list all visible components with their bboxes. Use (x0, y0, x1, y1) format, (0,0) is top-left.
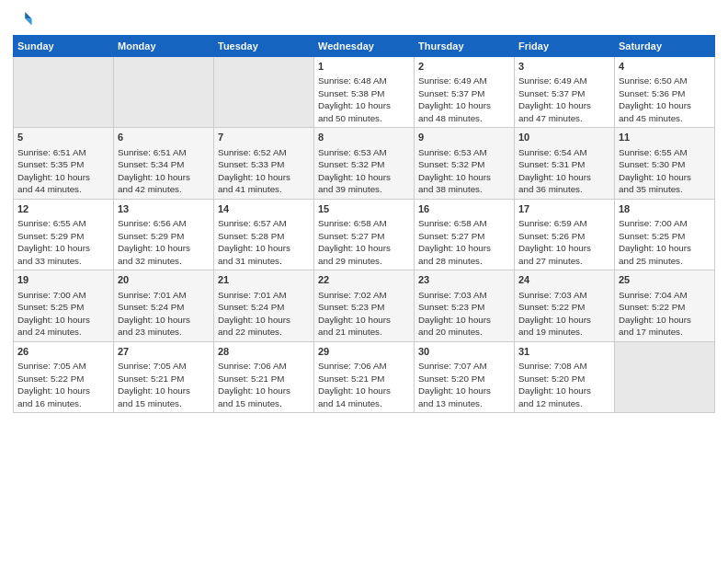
day-content: Sunrise: 7:03 AMSunset: 5:23 PMDaylight:… (418, 289, 510, 339)
calendar-cell: 2Sunrise: 6:49 AMSunset: 5:37 PMDaylight… (415, 57, 515, 128)
day-number: 30 (418, 345, 510, 359)
calendar-cell: 9Sunrise: 6:53 AMSunset: 5:32 PMDaylight… (415, 128, 515, 199)
calendar-cell: 10Sunrise: 6:54 AMSunset: 5:31 PMDayligh… (515, 128, 615, 199)
day-content: Sunrise: 7:05 AMSunset: 5:21 PMDaylight:… (118, 360, 210, 409)
calendar-cell: 6Sunrise: 6:51 AMSunset: 5:34 PMDaylight… (114, 128, 214, 199)
calendar-cell: 29Sunrise: 7:06 AMSunset: 5:21 PMDayligh… (314, 341, 415, 412)
week-row-4: 19Sunrise: 7:00 AMSunset: 5:25 PMDayligh… (14, 270, 715, 341)
day-content: Sunrise: 7:07 AMSunset: 5:20 PMDaylight:… (418, 360, 510, 409)
calendar-cell (214, 57, 314, 128)
calendar-cell: 30Sunrise: 7:07 AMSunset: 5:20 PMDayligh… (415, 341, 515, 412)
day-number: 17 (518, 202, 610, 216)
calendar-cell: 14Sunrise: 6:57 AMSunset: 5:28 PMDayligh… (214, 199, 314, 270)
day-content: Sunrise: 6:55 AMSunset: 5:30 PMDaylight:… (619, 146, 711, 196)
day-content: Sunrise: 7:00 AMSunset: 5:25 PMDaylight:… (17, 289, 109, 339)
svg-marker-1 (25, 18, 31, 25)
day-number: 13 (118, 202, 210, 216)
header-day-tuesday: Tuesday (214, 36, 314, 57)
day-number: 23 (418, 273, 510, 287)
header-day-thursday: Thursday (415, 36, 515, 57)
day-content: Sunrise: 7:05 AMSunset: 5:22 PMDaylight:… (17, 360, 109, 409)
calendar-cell: 31Sunrise: 7:08 AMSunset: 5:20 PMDayligh… (515, 341, 615, 412)
day-content: Sunrise: 7:00 AMSunset: 5:25 PMDaylight:… (619, 217, 711, 267)
calendar-cell: 25Sunrise: 7:04 AMSunset: 5:22 PMDayligh… (615, 270, 715, 341)
week-row-2: 5Sunrise: 6:51 AMSunset: 5:35 PMDaylight… (14, 128, 715, 199)
day-content: Sunrise: 6:58 AMSunset: 5:27 PMDaylight:… (418, 217, 510, 267)
day-number: 8 (318, 131, 410, 144)
calendar-cell: 19Sunrise: 7:00 AMSunset: 5:25 PMDayligh… (14, 270, 114, 341)
header-row: SundayMondayTuesdayWednesdayThursdayFrid… (14, 36, 715, 57)
day-content: Sunrise: 7:01 AMSunset: 5:24 PMDaylight:… (118, 289, 210, 339)
calendar-cell: 20Sunrise: 7:01 AMSunset: 5:24 PMDayligh… (114, 270, 214, 341)
calendar-cell: 18Sunrise: 7:00 AMSunset: 5:25 PMDayligh… (615, 199, 715, 270)
day-number: 5 (17, 131, 109, 144)
day-content: Sunrise: 7:06 AMSunset: 5:21 PMDaylight:… (218, 360, 310, 409)
week-row-3: 12Sunrise: 6:55 AMSunset: 5:29 PMDayligh… (14, 199, 715, 270)
day-number: 21 (218, 273, 310, 287)
logo-icon (13, 9, 33, 29)
calendar-cell: 24Sunrise: 7:03 AMSunset: 5:22 PMDayligh… (515, 270, 615, 341)
header-day-sunday: Sunday (14, 36, 114, 57)
day-number: 14 (218, 202, 310, 216)
day-number: 25 (619, 273, 711, 287)
calendar-cell: 4Sunrise: 6:50 AMSunset: 5:36 PMDaylight… (615, 57, 715, 128)
calendar-cell: 27Sunrise: 7:05 AMSunset: 5:21 PMDayligh… (114, 341, 214, 412)
day-number: 22 (318, 273, 410, 287)
page: SundayMondayTuesdayWednesdayThursdayFrid… (0, 0, 728, 563)
day-content: Sunrise: 6:50 AMSunset: 5:36 PMDaylight:… (619, 75, 711, 124)
calendar-cell: 1Sunrise: 6:48 AMSunset: 5:38 PMDaylight… (314, 57, 415, 128)
header-day-wednesday: Wednesday (314, 36, 415, 57)
day-number: 1 (318, 60, 410, 74)
day-content: Sunrise: 6:54 AMSunset: 5:31 PMDaylight:… (518, 146, 610, 196)
day-content: Sunrise: 6:53 AMSunset: 5:32 PMDaylight:… (318, 146, 410, 196)
day-content: Sunrise: 6:55 AMSunset: 5:29 PMDaylight:… (17, 217, 109, 267)
week-row-1: 1Sunrise: 6:48 AMSunset: 5:38 PMDaylight… (14, 57, 715, 128)
day-content: Sunrise: 6:48 AMSunset: 5:38 PMDaylight:… (318, 75, 410, 124)
calendar-cell: 26Sunrise: 7:05 AMSunset: 5:22 PMDayligh… (14, 341, 114, 412)
day-number: 3 (518, 60, 610, 74)
day-content: Sunrise: 6:58 AMSunset: 5:27 PMDaylight:… (318, 217, 410, 267)
calendar-cell: 21Sunrise: 7:01 AMSunset: 5:24 PMDayligh… (214, 270, 314, 341)
day-content: Sunrise: 6:49 AMSunset: 5:37 PMDaylight:… (418, 75, 510, 124)
day-number: 31 (518, 345, 610, 359)
calendar-cell: 22Sunrise: 7:02 AMSunset: 5:23 PMDayligh… (314, 270, 415, 341)
day-number: 24 (518, 273, 610, 287)
day-number: 18 (619, 202, 711, 216)
day-content: Sunrise: 7:08 AMSunset: 5:20 PMDaylight:… (518, 360, 610, 409)
calendar-cell (615, 341, 715, 412)
day-number: 11 (619, 131, 711, 144)
day-number: 9 (418, 131, 510, 144)
day-content: Sunrise: 6:51 AMSunset: 5:35 PMDaylight:… (17, 146, 109, 196)
day-number: 2 (418, 60, 510, 74)
day-number: 26 (17, 345, 109, 359)
day-content: Sunrise: 6:59 AMSunset: 5:26 PMDaylight:… (518, 217, 610, 267)
calendar-cell: 28Sunrise: 7:06 AMSunset: 5:21 PMDayligh… (214, 341, 314, 412)
header-day-saturday: Saturday (615, 36, 715, 57)
day-number: 16 (418, 202, 510, 216)
calendar-cell: 17Sunrise: 6:59 AMSunset: 5:26 PMDayligh… (515, 199, 615, 270)
calendar-cell: 16Sunrise: 6:58 AMSunset: 5:27 PMDayligh… (415, 199, 515, 270)
header-day-monday: Monday (114, 36, 214, 57)
calendar-cell: 12Sunrise: 6:55 AMSunset: 5:29 PMDayligh… (14, 199, 114, 270)
day-number: 19 (17, 273, 109, 287)
calendar-cell: 5Sunrise: 6:51 AMSunset: 5:35 PMDaylight… (14, 128, 114, 199)
calendar-cell: 7Sunrise: 6:52 AMSunset: 5:33 PMDaylight… (214, 128, 314, 199)
header-day-friday: Friday (515, 36, 615, 57)
calendar-cell: 23Sunrise: 7:03 AMSunset: 5:23 PMDayligh… (415, 270, 515, 341)
logo (13, 9, 35, 29)
day-content: Sunrise: 6:52 AMSunset: 5:33 PMDaylight:… (218, 146, 310, 196)
day-number: 7 (218, 131, 310, 144)
day-number: 12 (17, 202, 109, 216)
day-content: Sunrise: 7:06 AMSunset: 5:21 PMDaylight:… (318, 360, 410, 409)
day-content: Sunrise: 6:57 AMSunset: 5:28 PMDaylight:… (218, 217, 310, 267)
calendar-body: 1Sunrise: 6:48 AMSunset: 5:38 PMDaylight… (14, 57, 715, 413)
day-content: Sunrise: 6:49 AMSunset: 5:37 PMDaylight:… (518, 75, 610, 124)
calendar-cell: 15Sunrise: 6:58 AMSunset: 5:27 PMDayligh… (314, 199, 415, 270)
header (13, 9, 715, 29)
calendar-cell: 8Sunrise: 6:53 AMSunset: 5:32 PMDaylight… (314, 128, 415, 199)
svg-marker-0 (25, 12, 31, 18)
day-content: Sunrise: 7:04 AMSunset: 5:22 PMDaylight:… (619, 289, 711, 339)
calendar-header: SundayMondayTuesdayWednesdayThursdayFrid… (14, 36, 715, 57)
week-row-5: 26Sunrise: 7:05 AMSunset: 5:22 PMDayligh… (14, 341, 715, 412)
day-number: 6 (118, 131, 210, 144)
